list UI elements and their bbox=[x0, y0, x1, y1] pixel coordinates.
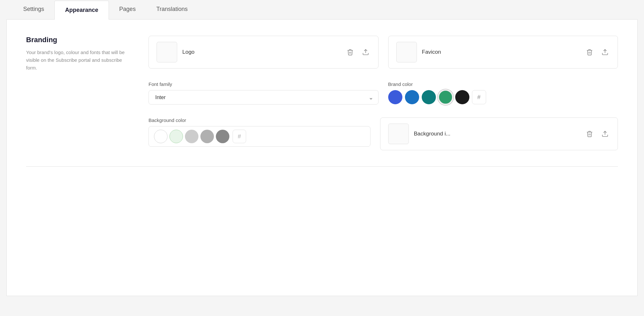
bg-image-upload-icons bbox=[585, 129, 610, 139]
bg-image-label: Background i... bbox=[414, 131, 580, 137]
bg-image-upload-button[interactable] bbox=[600, 129, 610, 139]
main-content: Branding Your brand's logo, colour and f… bbox=[6, 19, 638, 296]
bg-image-delete-button[interactable] bbox=[585, 129, 594, 139]
tab-pages[interactable]: Pages bbox=[109, 0, 146, 19]
trash-icon bbox=[586, 49, 593, 56]
logo-label: Logo bbox=[182, 49, 340, 55]
tab-settings[interactable]: Settings bbox=[13, 0, 54, 19]
trash-icon bbox=[586, 130, 593, 137]
font-family-select[interactable]: Inter Arial Helvetica Georgia Times New … bbox=[149, 90, 379, 105]
brand-color-label: Brand color bbox=[388, 81, 618, 87]
upload-icon bbox=[601, 130, 609, 137]
logo-upload-button[interactable] bbox=[361, 47, 370, 57]
font-family-group: Font family Inter Arial Helvetica Georgi… bbox=[149, 81, 379, 105]
bg-swatch-medium-gray[interactable] bbox=[200, 130, 214, 143]
bg-swatch-white[interactable] bbox=[154, 130, 168, 143]
brand-color-swatches: # bbox=[388, 90, 618, 104]
bg-color-row: Background color # Backgro bbox=[149, 117, 618, 150]
favicon-label: Favicon bbox=[422, 49, 580, 55]
logo-delete-button[interactable] bbox=[345, 47, 355, 57]
favicon-upload-box: Favicon bbox=[388, 36, 618, 69]
logo-preview bbox=[157, 42, 177, 62]
logo-upload-box: Logo bbox=[149, 36, 379, 69]
brand-color-swatch-3[interactable] bbox=[422, 90, 436, 104]
branding-title: Branding bbox=[26, 36, 129, 44]
page-wrapper: Settings Appearance Pages Translations B… bbox=[0, 0, 644, 316]
favicon-upload-button[interactable] bbox=[600, 47, 610, 57]
logo-upload-icons bbox=[345, 47, 370, 57]
branding-desc-text: Your brand's logo, colour and fonts that… bbox=[26, 49, 129, 72]
upload-icon bbox=[362, 49, 369, 56]
upload-icon bbox=[601, 49, 609, 56]
bg-color-group: Background color # bbox=[149, 117, 370, 147]
bg-swatches-box: # bbox=[149, 126, 370, 147]
tab-appearance[interactable]: Appearance bbox=[54, 1, 109, 20]
favicon-upload-icons bbox=[585, 47, 610, 57]
bg-swatch-light-gray[interactable] bbox=[185, 130, 198, 143]
section-divider bbox=[26, 166, 618, 167]
upload-row: Logo bbox=[149, 36, 618, 69]
brand-color-swatch-1[interactable] bbox=[388, 90, 402, 104]
brand-color-swatch-5[interactable] bbox=[455, 90, 469, 104]
trash-icon bbox=[347, 49, 354, 56]
bg-color-hash-button[interactable]: # bbox=[233, 130, 246, 143]
branding-panels: Logo bbox=[149, 36, 618, 150]
favicon-preview bbox=[396, 42, 417, 62]
brand-color-hash-button[interactable]: # bbox=[472, 90, 486, 104]
bg-image-preview bbox=[388, 124, 409, 144]
bg-image-upload-box: Background i... bbox=[380, 117, 618, 150]
tab-translations[interactable]: Translations bbox=[146, 0, 198, 19]
bg-swatch-dark-gray[interactable] bbox=[216, 130, 229, 143]
bg-color-label: Background color bbox=[149, 117, 370, 123]
branding-section: Branding Your brand's logo, colour and f… bbox=[26, 36, 618, 150]
font-color-row: Font family Inter Arial Helvetica Georgi… bbox=[149, 81, 618, 105]
branding-description: Branding Your brand's logo, colour and f… bbox=[26, 36, 129, 72]
bg-swatch-light-green[interactable] bbox=[169, 130, 183, 143]
brand-color-swatch-4[interactable] bbox=[438, 90, 453, 104]
favicon-delete-button[interactable] bbox=[585, 47, 594, 57]
brand-color-swatch-2[interactable] bbox=[405, 90, 419, 104]
font-select-wrapper: Inter Arial Helvetica Georgia Times New … bbox=[149, 90, 379, 105]
brand-color-group: Brand color # bbox=[388, 81, 618, 104]
tabs-container: Settings Appearance Pages Translations bbox=[0, 0, 644, 19]
font-family-label: Font family bbox=[149, 81, 379, 87]
